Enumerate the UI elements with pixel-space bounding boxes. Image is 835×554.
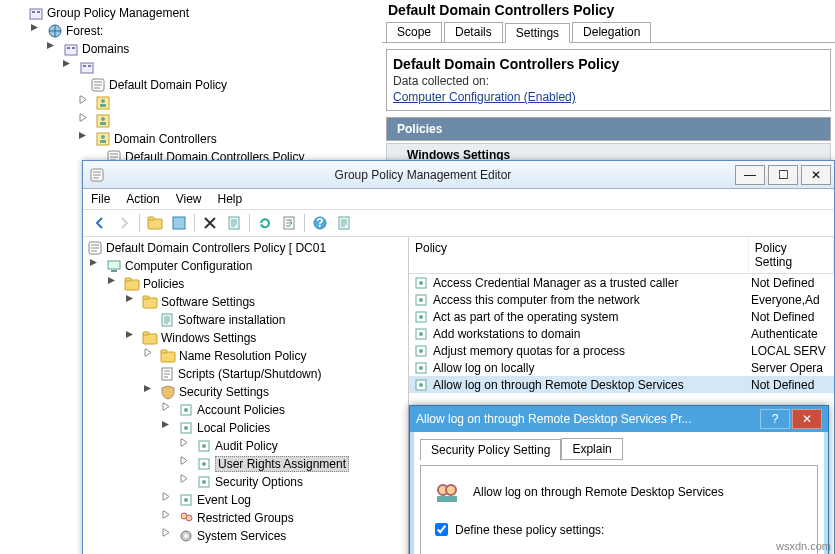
collapsed-icon[interactable] (165, 531, 176, 542)
policy-row[interactable]: Allow log on locallyServer Opera (409, 359, 834, 376)
expand-icon[interactable] (34, 26, 45, 37)
gpm-right-panel: Default Domain Controllers Policy Scope … (382, 0, 835, 167)
policy-row[interactable]: Adjust memory quotas for a processLOCAL … (409, 342, 834, 359)
users-icon (431, 476, 463, 508)
close-button[interactable]: ✕ (792, 409, 822, 429)
define-checkbox[interactable] (435, 523, 448, 536)
forward-button[interactable] (113, 212, 135, 234)
tree-restricted[interactable]: Restricted Groups (85, 509, 406, 527)
collapsed-icon[interactable] (183, 441, 194, 452)
policy-row[interactable]: Act as part of the operating systemNot D… (409, 308, 834, 325)
tree-default-policy[interactable]: Default Domain Policy (28, 76, 383, 94)
swi-label: Software installation (178, 313, 285, 327)
policy-row[interactable]: Access this computer from the networkEve… (409, 291, 834, 308)
tab-explain[interactable]: Explain (561, 438, 622, 460)
properties-dialog: Allow log on through Remote Desktop Serv… (409, 405, 829, 554)
define-checkbox-row[interactable]: Define these policy settings: (431, 520, 807, 539)
tree-sec-settings[interactable]: Security Settings (85, 383, 406, 401)
help-button[interactable] (309, 212, 331, 234)
tree-sec-opt[interactable]: Security Options (85, 473, 406, 491)
expand-icon[interactable] (147, 387, 158, 398)
minimize-button[interactable]: — (735, 165, 765, 185)
collapsed-icon[interactable] (183, 477, 194, 488)
forest-label: Forest: (66, 24, 103, 38)
col-policy[interactable]: Policy (409, 237, 749, 273)
separator (304, 214, 305, 232)
tree-scripts[interactable]: Scripts (Startup/Shutdown) (85, 365, 406, 383)
tree-comp-config[interactable]: Computer Configuration (85, 257, 406, 275)
close-button[interactable]: ✕ (801, 165, 831, 185)
policies-bar[interactable]: Policies (386, 117, 831, 141)
tree-domain[interactable] (28, 58, 383, 76)
expand-icon[interactable] (93, 261, 104, 272)
tree-ura[interactable]: User Rights Assignment (85, 455, 406, 473)
tree-name-res[interactable]: Name Resolution Policy (85, 347, 406, 365)
collapsed-icon[interactable] (147, 351, 158, 362)
col-setting[interactable]: Policy Setting (749, 237, 834, 273)
computer-icon (106, 258, 122, 274)
tree-root-gpm[interactable]: Group Policy Management (28, 4, 383, 22)
expand-icon[interactable] (111, 279, 122, 290)
tree-sys-svc[interactable]: System Services (85, 527, 406, 545)
menu-view[interactable]: View (176, 192, 202, 206)
tree-eventlog[interactable]: Event Log (85, 491, 406, 509)
collapsed-icon[interactable] (165, 495, 176, 506)
expand-icon[interactable] (50, 44, 61, 55)
tree-ou1[interactable] (28, 94, 383, 112)
dialog-body: Security Policy Setting Explain Allow lo… (410, 432, 828, 554)
tree-local-pol[interactable]: Local Policies (85, 419, 406, 437)
maximize-button[interactable]: ☐ (768, 165, 798, 185)
tree-domains[interactable]: Domains (28, 40, 383, 58)
policy-row[interactable]: Add workstations to domainAuthenticate (409, 325, 834, 342)
up-button[interactable] (144, 212, 166, 234)
folder-icon (124, 276, 140, 292)
tree-sw-settings[interactable]: Software Settings (85, 293, 406, 311)
menu-action[interactable]: Action (126, 192, 159, 206)
policy-row[interactable]: Access Credential Manager as a trusted c… (409, 274, 834, 291)
tree-policy-root[interactable]: Default Domain Controllers Policy [ DC01 (85, 239, 406, 257)
ap-label: Account Policies (197, 403, 285, 417)
tree-domain-controllers[interactable]: Domain Controllers (28, 130, 383, 148)
refresh-button[interactable] (254, 212, 276, 234)
policy-icon (196, 438, 212, 454)
tree-policies[interactable]: Policies (85, 275, 406, 293)
delete-button[interactable] (199, 212, 221, 234)
filter-button[interactable] (333, 212, 355, 234)
expand-icon[interactable] (129, 297, 140, 308)
tab-scope[interactable]: Scope (386, 22, 442, 42)
export-button[interactable] (278, 212, 300, 234)
tree-account-pol[interactable]: Account Policies (85, 401, 406, 419)
expand-icon[interactable] (66, 62, 77, 73)
properties-button[interactable] (223, 212, 245, 234)
expand-icon[interactable] (82, 134, 93, 145)
tree-sw-install[interactable]: Software installation (85, 311, 406, 329)
back-button[interactable] (89, 212, 111, 234)
policies-label: Policies (143, 277, 184, 291)
script-icon (159, 366, 175, 382)
tree-forest[interactable]: Forest: (28, 22, 383, 40)
tree-ou2[interactable] (28, 112, 383, 130)
menu-file[interactable]: File (91, 192, 110, 206)
tab-settings[interactable]: Settings (505, 23, 570, 43)
tree-audit[interactable]: Audit Policy (85, 437, 406, 455)
collapsed-icon[interactable] (165, 513, 176, 524)
comp-config-link[interactable]: Computer Configuration (Enabled) (393, 90, 824, 104)
policy-icon (87, 240, 103, 256)
menu-help[interactable]: Help (218, 192, 243, 206)
expand-icon[interactable] (129, 333, 140, 344)
show-button[interactable] (168, 212, 190, 234)
tree-win-settings[interactable]: Windows Settings (85, 329, 406, 347)
collapsed-icon[interactable] (82, 98, 93, 109)
tab-details[interactable]: Details (444, 22, 503, 42)
policy-row[interactable]: Allow log on through Remote Desktop Serv… (409, 376, 834, 393)
nr-label: Name Resolution Policy (179, 349, 306, 363)
tab-delegation[interactable]: Delegation (572, 22, 651, 42)
expand-icon[interactable] (165, 423, 176, 434)
collapsed-icon[interactable] (183, 459, 194, 470)
tab-security-setting[interactable]: Security Policy Setting (420, 439, 561, 461)
install-icon (159, 312, 175, 328)
policy-item-icon (413, 343, 429, 359)
collapsed-icon[interactable] (82, 116, 93, 127)
collapsed-icon[interactable] (165, 405, 176, 416)
help-button[interactable]: ? (760, 409, 790, 429)
